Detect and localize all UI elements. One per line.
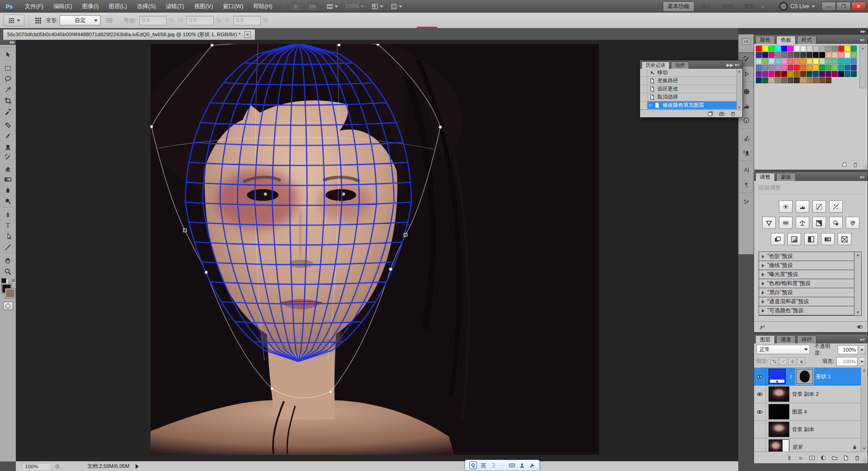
adjustment-vib-icon[interactable] (762, 217, 776, 229)
color-swatch[interactable] (819, 46, 825, 52)
adjustment-expo-icon[interactable] (829, 200, 843, 213)
layer-row[interactable]: 背景 副本 (754, 421, 861, 438)
color-swatch[interactable] (775, 52, 781, 58)
preset-group-row[interactable]: "曝光度"预设 (759, 270, 861, 279)
color-swatch[interactable] (800, 77, 806, 83)
eraser-tool[interactable] (0, 163, 16, 174)
opacity-input[interactable]: 100% (838, 345, 858, 354)
history-tab-历史记录[interactable]: 历史记录 (642, 62, 670, 69)
panel-menu-icon[interactable]: ▾≡ (860, 337, 868, 343)
color-swatch[interactable] (769, 65, 774, 71)
color-swatch[interactable] (756, 46, 762, 52)
color-swatch[interactable] (788, 52, 793, 58)
layers-tab-通道[interactable]: 通道 (776, 335, 796, 343)
color-swatch[interactable] (819, 77, 825, 83)
visibility-eye-icon[interactable] (754, 403, 766, 420)
new-snapshot-icon[interactable] (719, 111, 725, 117)
preset-group-row[interactable]: "色阶"预设 (759, 252, 861, 261)
color-swatch[interactable] (807, 71, 812, 77)
color-swatch[interactable] (769, 58, 774, 64)
color-swatch[interactable] (794, 65, 800, 71)
adjustment-bwsplit-icon[interactable] (812, 217, 826, 229)
layer-thumbnail[interactable] (769, 422, 789, 437)
adjustment-sun-icon[interactable] (779, 200, 793, 213)
preset-group-row[interactable]: "通道混和器"预设 (759, 297, 861, 306)
color-swatch[interactable] (788, 46, 793, 52)
color-swatch[interactable] (838, 46, 844, 52)
color-swatch[interactable] (807, 77, 812, 83)
opacity-spinner[interactable]: ▶ (860, 345, 865, 354)
color-swatch[interactable] (775, 77, 781, 83)
color-swatch[interactable] (826, 46, 831, 52)
color-swatch[interactable] (756, 77, 762, 83)
swap-colors-icon[interactable]: ⇄ (11, 278, 15, 283)
layer-thumbnail[interactable] (769, 439, 789, 452)
color-swatch[interactable] (769, 71, 774, 77)
color-swatch[interactable] (788, 77, 793, 83)
history-brush-source-checkbox[interactable] (640, 69, 647, 76)
color-swatch[interactable] (762, 65, 768, 71)
color-swatch[interactable] (832, 71, 838, 77)
color-swatch[interactable] (794, 71, 800, 77)
zoom-level-dropdown[interactable]: 100% (345, 3, 365, 10)
history-state-row[interactable]: ▷修改颜色填充图层 (640, 101, 737, 109)
workspace-摄影[interactable]: 摄影 (740, 2, 760, 11)
adjustment-invertsq-icon[interactable] (771, 233, 784, 245)
color-swatch[interactable] (819, 65, 825, 71)
restore-button[interactable]: ❐ (836, 2, 851, 11)
fill-input[interactable]: 100% (836, 357, 858, 366)
h-distortion-input[interactable]: 0.0 (186, 16, 214, 25)
layers-tab-路径[interactable]: 路径 (797, 335, 816, 343)
color-swatch[interactable] (819, 58, 825, 64)
preset-group-row[interactable]: "可选颜色"预设 (759, 306, 861, 315)
warp-handle-dot[interactable] (211, 44, 213, 47)
hand-tool[interactable] (0, 255, 16, 266)
visibility-toggle-empty[interactable] (754, 438, 766, 452)
color-swatch[interactable] (781, 65, 787, 71)
color-swatch[interactable] (838, 71, 844, 77)
menu-窗口[interactable]: 窗口(W) (218, 3, 248, 10)
tool-presets-panel-icon[interactable] (739, 195, 754, 209)
color-swatch[interactable] (788, 58, 793, 64)
resize-grip[interactable] (863, 458, 867, 463)
adjustment-gradmap-icon[interactable] (821, 233, 835, 245)
menu-编辑[interactable]: 编辑(E) (48, 3, 77, 10)
history-state-body[interactable]: ▷修改颜色填充图层 (647, 101, 737, 109)
menu-图层[interactable]: 图层(L) (104, 3, 132, 10)
panel-menu-icon[interactable]: ▾≡ (860, 175, 868, 181)
bend-input[interactable]: 0.0 (139, 16, 167, 25)
color-swatch[interactable] (762, 46, 768, 52)
cs-live-button[interactable]: CS Live (779, 2, 815, 11)
color-swatch[interactable] (851, 46, 857, 52)
brush-panel-icon[interactable] (739, 131, 754, 145)
expand-triangle-icon[interactable] (762, 300, 764, 304)
type-tool[interactable]: T (0, 220, 16, 231)
history-brush-source-checkbox[interactable] (640, 77, 647, 85)
color-swatch[interactable] (844, 46, 850, 52)
color-swatch[interactable] (762, 52, 768, 58)
warp-style-select[interactable]: 自定 (60, 15, 100, 25)
color-swatch[interactable] (813, 58, 819, 64)
layer-name[interactable]: 形状 1 (816, 373, 831, 380)
history-state-body[interactable]: 选区更改 (647, 85, 737, 93)
ime-logo-icon[interactable]: Q (469, 461, 477, 469)
visibility-eye-icon[interactable] (754, 385, 766, 403)
preset-scrollbar[interactable]: ▲▼ (854, 252, 861, 315)
view-extras-button[interactable] (326, 3, 338, 10)
character-panel-icon[interactable]: A (739, 163, 754, 177)
color-swatch[interactable] (800, 71, 806, 77)
brush-tool[interactable] (0, 130, 16, 141)
color-swatch[interactable] (775, 71, 781, 77)
layer-row[interactable]: 背景 (754, 438, 861, 452)
menu-图像[interactable]: 图像(I) (77, 3, 104, 10)
color-swatch[interactable] (781, 71, 787, 77)
minimize-button[interactable]: — (821, 2, 836, 11)
toolbox-drag-handle[interactable] (2, 45, 14, 48)
menu-视图[interactable]: 视图(V) (189, 3, 218, 10)
menu-滤镜[interactable]: 滤镜(T) (160, 3, 189, 10)
ime-fullhalf-icon[interactable]: ☽ (490, 462, 495, 469)
workspace-基本功能[interactable]: 基本功能 (663, 1, 694, 12)
pen-tool[interactable] (0, 209, 16, 220)
color-swatch[interactable] (844, 58, 850, 64)
lasso-tool[interactable] (0, 73, 16, 84)
